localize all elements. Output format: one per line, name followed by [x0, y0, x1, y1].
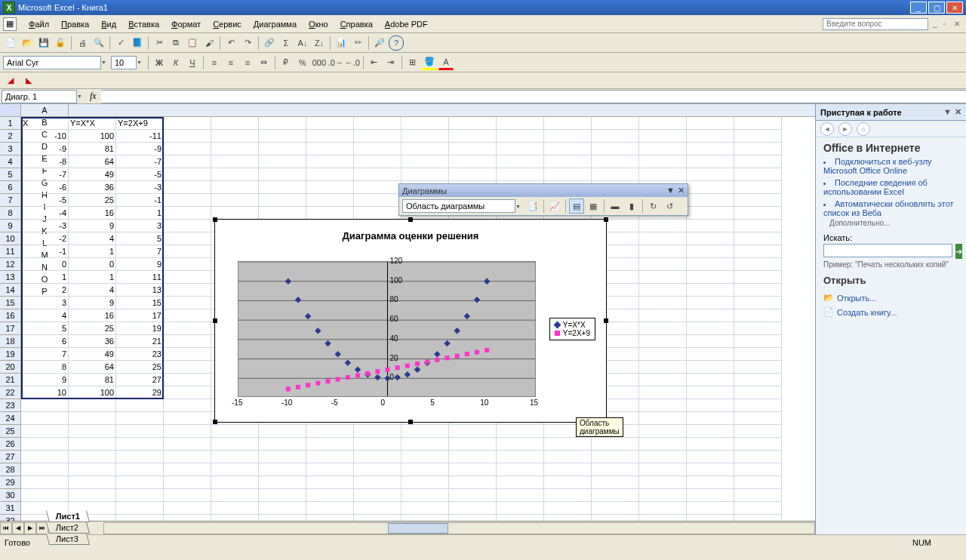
- cell[interactable]: [164, 284, 211, 297]
- hyperlink-icon[interactable]: 🔗: [262, 35, 277, 51]
- chart-wizard-icon[interactable]: 📊: [334, 35, 349, 51]
- cell[interactable]: [734, 168, 782, 181]
- cell[interactable]: 4: [69, 232, 116, 245]
- cell[interactable]: [734, 155, 782, 168]
- cell[interactable]: [164, 463, 211, 476]
- new-icon[interactable]: 📄: [3, 35, 18, 51]
- cell[interactable]: [164, 181, 211, 194]
- cut-icon[interactable]: ✂: [152, 35, 167, 51]
- cell[interactable]: [211, 130, 259, 143]
- angle-cw-icon[interactable]: ↻: [646, 198, 661, 214]
- sheet-tab[interactable]: Лист2: [46, 522, 90, 534]
- cell[interactable]: [497, 438, 544, 451]
- cell[interactable]: [734, 399, 782, 412]
- cell[interactable]: [687, 143, 734, 155]
- cell[interactable]: 49: [69, 348, 116, 361]
- legend-toggle-icon[interactable]: ▤: [569, 198, 584, 214]
- cell[interactable]: [544, 168, 592, 181]
- cell[interactable]: [734, 297, 782, 309]
- cell[interactable]: [497, 130, 544, 143]
- angle-ccw-icon[interactable]: ↺: [663, 198, 678, 214]
- cell[interactable]: [164, 271, 211, 284]
- row-header[interactable]: 9: [0, 220, 21, 232]
- cell[interactable]: [164, 374, 211, 386]
- cell[interactable]: [401, 489, 449, 502]
- task-pane-forward-icon[interactable]: ►: [838, 122, 852, 136]
- cell[interactable]: [354, 451, 401, 463]
- row-header[interactable]: 15: [0, 297, 21, 309]
- cell[interactable]: [592, 515, 639, 521]
- cell[interactable]: [211, 194, 259, 207]
- cell[interactable]: [639, 130, 687, 143]
- cell[interactable]: [592, 168, 639, 181]
- grid-body[interactable]: 1XY=X*XY=2X+92-10100-113-981-94-864-75-7…: [0, 117, 815, 521]
- merge-center-icon[interactable]: ⇔: [257, 55, 272, 70]
- cell[interactable]: [306, 425, 354, 438]
- cell[interactable]: [639, 335, 687, 348]
- cell[interactable]: [687, 374, 734, 386]
- cell[interactable]: [211, 181, 259, 194]
- cell[interactable]: [306, 181, 354, 194]
- cell[interactable]: [21, 476, 69, 489]
- cell[interactable]: [164, 245, 211, 258]
- cell[interactable]: [259, 117, 306, 130]
- cell[interactable]: [687, 386, 734, 399]
- cell[interactable]: Y=X*X: [69, 117, 116, 130]
- cell[interactable]: 16: [69, 207, 116, 220]
- autosum-icon[interactable]: Σ: [278, 35, 294, 51]
- cell[interactable]: [306, 463, 354, 476]
- format-object-icon[interactable]: 📑: [525, 198, 540, 214]
- align-left-icon[interactable]: ≡: [207, 55, 222, 70]
- cell[interactable]: [21, 489, 69, 502]
- tab-first-icon[interactable]: ⏮: [0, 522, 12, 534]
- cell[interactable]: [164, 425, 211, 438]
- cell[interactable]: [116, 412, 164, 425]
- cell[interactable]: [639, 438, 687, 451]
- toolbar-close-icon[interactable]: ✕: [678, 186, 685, 195]
- cell[interactable]: [639, 451, 687, 463]
- cell[interactable]: [401, 451, 449, 463]
- cell[interactable]: 9: [21, 374, 69, 386]
- cell[interactable]: [734, 463, 782, 476]
- cell[interactable]: [164, 168, 211, 181]
- cell[interactable]: [734, 309, 782, 322]
- cell[interactable]: [164, 143, 211, 155]
- cell[interactable]: [639, 463, 687, 476]
- save-icon[interactable]: 💾: [36, 35, 51, 51]
- cell[interactable]: [69, 438, 116, 451]
- cell[interactable]: [734, 451, 782, 463]
- cell[interactable]: X: [21, 117, 69, 130]
- cell[interactable]: [639, 515, 687, 521]
- cell[interactable]: [734, 207, 782, 220]
- chart-toolbar[interactable]: Диаграммы ▼ ✕ ▼ 📑 📈 ▤ ▦ ▬: [398, 183, 688, 216]
- cell[interactable]: [211, 425, 259, 438]
- cell[interactable]: [21, 425, 69, 438]
- cell[interactable]: [164, 322, 211, 335]
- cell[interactable]: [259, 425, 306, 438]
- fx-icon[interactable]: fx: [90, 91, 97, 102]
- cell[interactable]: [734, 194, 782, 207]
- row-header[interactable]: 13: [0, 271, 21, 284]
- task-pane-close-icon[interactable]: ✕: [955, 107, 961, 117]
- menu-файл[interactable]: Файл: [23, 18, 55, 30]
- cell[interactable]: [306, 451, 354, 463]
- cell[interactable]: 25: [69, 194, 116, 207]
- cell[interactable]: [449, 130, 497, 143]
- cell[interactable]: [639, 232, 687, 245]
- cell[interactable]: [449, 515, 497, 521]
- cell[interactable]: 64: [69, 155, 116, 168]
- cell[interactable]: [687, 297, 734, 309]
- decrease-indent-icon[interactable]: ⇤: [367, 55, 382, 70]
- cell[interactable]: [544, 117, 592, 130]
- task-pane-link[interactable]: Подключиться к веб-узлу Microsoft Office…: [823, 155, 958, 177]
- row-header[interactable]: 28: [0, 463, 21, 476]
- cell[interactable]: [687, 399, 734, 412]
- cell[interactable]: [116, 476, 164, 489]
- cell[interactable]: [734, 271, 782, 284]
- menu-правка[interactable]: Правка: [55, 18, 95, 30]
- cell[interactable]: 11: [116, 271, 164, 284]
- cell[interactable]: [497, 425, 544, 438]
- cell[interactable]: [734, 386, 782, 399]
- chart-objects-dropdown-icon[interactable]: ▼: [515, 204, 521, 209]
- horizontal-scrollbar[interactable]: [103, 522, 815, 534]
